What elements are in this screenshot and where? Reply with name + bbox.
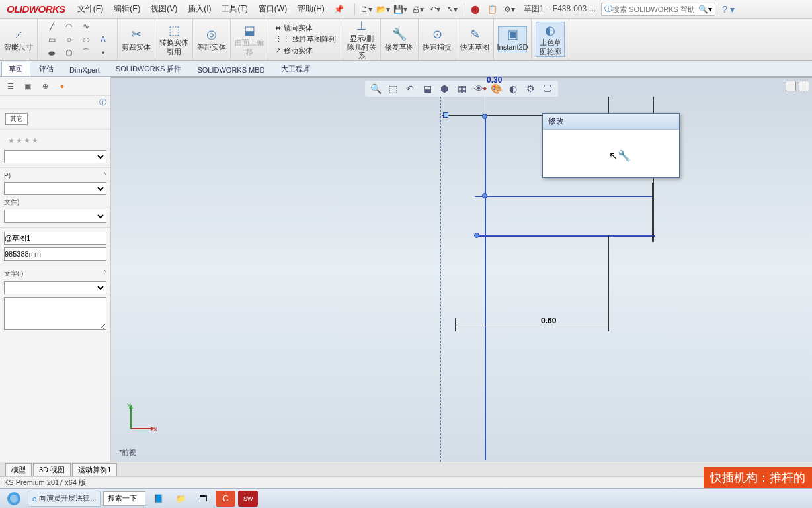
- confirm-corner-ok[interactable]: [786, 81, 796, 91]
- sketch-line-2[interactable]: [475, 196, 653, 197]
- graphics-viewport[interactable]: 🔍 ⬚ ↶ ⬓ ⬢ ▦ 👁 🎨 ◐ ⚙ 🖵 ⬥ 0.30: [111, 77, 812, 462]
- dimension-mid[interactable]: 0.60: [541, 316, 556, 325]
- dimension-top[interactable]: 0.30: [487, 77, 502, 85]
- select-icon[interactable]: ↖▾: [445, 3, 460, 16]
- zoom-fit-icon[interactable]: 🔍: [369, 82, 382, 95]
- star-icon[interactable]: ★: [8, 136, 15, 145]
- new-icon[interactable]: 🗋▾: [359, 3, 374, 16]
- prev-view-icon[interactable]: ↶: [403, 82, 417, 95]
- slot-tool[interactable]: ⬬: [44, 47, 59, 59]
- rect-tool[interactable]: ▭: [44, 34, 59, 46]
- undo-icon[interactable]: ↶▾: [428, 3, 442, 16]
- trim-button[interactable]: ✂ 剪裁实体: [122, 27, 151, 52]
- rapid-sketch-button[interactable]: ✎ 快速草图: [460, 27, 489, 52]
- menu-tools[interactable]: 工具(T): [216, 1, 253, 17]
- print-icon[interactable]: 🖨▾: [411, 3, 425, 16]
- tab-engineer[interactable]: 大工程师: [274, 62, 317, 76]
- fillet-tool[interactable]: ⌒: [79, 47, 93, 59]
- settings-icon[interactable]: ⚙▾: [503, 3, 517, 16]
- save-icon[interactable]: 💾▾: [393, 3, 408, 16]
- modify-dialog[interactable]: 修改 ↖🔧: [542, 113, 680, 178]
- arc-tool[interactable]: ◠: [61, 21, 76, 32]
- menu-edit[interactable]: 编辑(E): [108, 1, 145, 17]
- convert-button[interactable]: ⬚ 转换实体引用: [159, 22, 188, 56]
- tab-addins[interactable]: SOLIDWORKS 插件: [108, 62, 189, 76]
- spline-tool[interactable]: ∿: [79, 21, 93, 32]
- tab-dimxpert[interactable]: DimXpert: [62, 64, 107, 76]
- open-icon[interactable]: 📂▾: [376, 3, 391, 16]
- circle-tool[interactable]: ○: [61, 34, 76, 46]
- move-entities-button[interactable]: ↗移动实体: [274, 45, 314, 56]
- display-style-icon[interactable]: ▦: [455, 82, 468, 95]
- instant2d-button[interactable]: ▣ Instant2D: [498, 26, 527, 52]
- ellipse-tool[interactable]: ⬭: [79, 34, 93, 46]
- tab-mbd[interactable]: SOLIDWORKS MBD: [190, 64, 272, 76]
- line-tool[interactable]: ╱: [44, 21, 59, 32]
- star-icon[interactable]: ★: [16, 136, 22, 145]
- motion-tab[interactable]: 运动算例1: [72, 463, 117, 476]
- polygon-tool[interactable]: ⬡: [61, 47, 76, 59]
- menu-file[interactable]: 文件(F): [72, 1, 108, 17]
- ref-field[interactable]: [4, 232, 106, 245]
- mirror-button[interactable]: ⇔镜向实体: [274, 22, 314, 34]
- taskbar-solidworks-icon[interactable]: SW: [238, 491, 258, 507]
- taskbar-app1-icon[interactable]: 🗔: [193, 491, 213, 507]
- taskbar-search[interactable]: [103, 491, 145, 506]
- repair-sketch-button[interactable]: 🔧 修复草图: [385, 27, 414, 52]
- model-tab[interactable]: 模型: [5, 463, 32, 476]
- display-relations-button[interactable]: ⊥ 显示/删除几何关系: [347, 19, 376, 61]
- taskbar-camtasia-icon[interactable]: C: [216, 491, 235, 507]
- feature-tree-icon[interactable]: ☰: [4, 79, 17, 93]
- render-icon[interactable]: 🖵: [541, 82, 554, 95]
- options-icon[interactable]: 📋: [485, 3, 500, 16]
- sketch-endpoint[interactable]: [482, 114, 487, 119]
- help-icon[interactable]: ? ▾: [722, 4, 735, 15]
- tol-combo[interactable]: [4, 182, 106, 195]
- sketch-line-3[interactable]: [477, 235, 655, 237]
- search-dropdown-icon[interactable]: 🔍▾: [698, 5, 712, 14]
- zoom-area-icon[interactable]: ⬚: [386, 82, 399, 95]
- linear-pattern-button[interactable]: ⋮⋮线性草图阵列: [274, 34, 337, 45]
- confirm-corner-cancel[interactable]: [799, 81, 809, 91]
- scene-icon[interactable]: ◐: [507, 82, 520, 95]
- style-combo[interactable]: [4, 150, 106, 163]
- menu-window[interactable]: 窗口(W): [253, 1, 292, 17]
- file-combo[interactable]: [4, 210, 106, 223]
- value-field[interactable]: [4, 247, 106, 261]
- text-tool[interactable]: A: [96, 34, 110, 46]
- text-combo[interactable]: [4, 281, 106, 294]
- help-search[interactable]: ⓘ 🔍▾: [601, 3, 715, 16]
- taskbar-ie[interactable]: e 向演员开展法律...: [28, 491, 101, 507]
- smart-dimension-button[interactable]: ⟋ 智能尺寸: [4, 27, 33, 52]
- view-settings-icon[interactable]: ⚙: [524, 82, 537, 95]
- config-icon[interactable]: ⊕: [38, 79, 52, 93]
- menu-help[interactable]: 帮助(H): [292, 1, 330, 17]
- other-tab[interactable]: 其它: [5, 113, 28, 125]
- taskbar-notepad-icon[interactable]: 📘: [148, 491, 168, 507]
- tab-sketch[interactable]: 草图: [1, 62, 30, 76]
- section-icon[interactable]: ⬓: [421, 82, 434, 95]
- quick-snap-button[interactable]: ⊙ 快速捕捉: [423, 27, 452, 52]
- shade-sketch-button[interactable]: ◐ 上色草图轮廓: [536, 22, 565, 56]
- panel-help-icon[interactable]: ⓘ: [0, 96, 110, 108]
- appearance-icon[interactable]: ●: [56, 79, 69, 93]
- offset-button[interactable]: ◎ 等距实体: [197, 27, 226, 52]
- taskbar-explorer-icon[interactable]: 📁: [171, 491, 190, 507]
- menu-view[interactable]: 视图(V): [145, 1, 183, 17]
- 3dview-tab[interactable]: 3D 视图: [33, 463, 71, 476]
- help-search-input[interactable]: [612, 5, 698, 13]
- sketch-endpoint[interactable]: [443, 112, 448, 118]
- start-button[interactable]: [3, 491, 25, 507]
- sketch-endpoint[interactable]: [474, 233, 479, 238]
- pin-icon[interactable]: 📌: [334, 5, 344, 14]
- property-icon[interactable]: ▣: [21, 79, 34, 93]
- star-icon[interactable]: ★: [24, 136, 30, 145]
- rebuild-icon[interactable]: ⬤: [468, 3, 483, 16]
- view-orient-icon[interactable]: ⬢: [438, 82, 451, 95]
- sketch-vertical[interactable]: [485, 116, 486, 460]
- menu-insert[interactable]: 插入(I): [183, 1, 216, 17]
- text-area[interactable]: [4, 297, 106, 330]
- sketch-endpoint[interactable]: [482, 193, 487, 198]
- tab-evaluate[interactable]: 评估: [32, 62, 61, 76]
- star-icon[interactable]: ★: [32, 136, 38, 145]
